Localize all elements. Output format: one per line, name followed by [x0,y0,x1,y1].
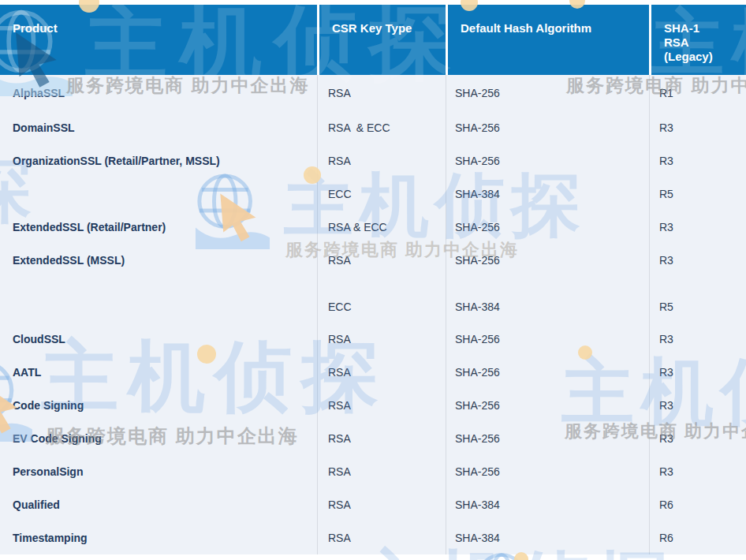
cell-hash-algorithm: SHA-384 [446,488,650,521]
table-row: CloudSSL RSA SHA-256 R3 [0,323,746,356]
cell-sha1-legacy: R5 [650,177,746,211]
table-row: ECC SHA-384 R5 [0,277,746,323]
cell-csr-key-type: RSA [318,389,446,422]
table-row: Qualified RSA SHA-384 R6 [0,488,746,521]
cell-hash-algorithm: SHA-256 [446,356,650,389]
cell-hash-algorithm: SHA-256 [446,244,650,277]
table-header: Product CSR Key Type Default Hash Algori… [0,5,746,75]
cell-sha1-legacy: R3 [650,422,746,455]
cell-sha1-legacy: R3 [650,323,746,356]
cell-hash-algorithm: SHA-256 [446,144,650,177]
cell-hash-algorithm: SHA-256 [446,389,650,422]
cell-product: ExtendedSSL (Retail/Partner) [0,211,318,244]
cell-csr-key-type: RSA [318,488,446,521]
column-header-hash-algorithm: Default Hash Algorithm [448,5,649,75]
cell-product: CloudSSL [0,323,318,356]
cell-hash-algorithm: SHA-384 [446,177,650,211]
cell-product [0,177,318,211]
cell-sha1-legacy: R3 [650,144,746,177]
table-row: ExtendedSSL (Retail/Partner) RSA & ECC S… [0,211,746,244]
cell-csr-key-type: ECC [318,177,446,211]
cell-product: DomainSSL [0,111,318,144]
cell-hash-algorithm: SHA-256 [446,323,650,356]
cell-csr-key-type: ECC [318,277,446,323]
cell-product [0,277,318,323]
cell-sha1-legacy: R3 [650,111,746,144]
cell-hash-algorithm: SHA-384 [446,521,650,554]
cell-csr-key-type: RSA [318,521,446,554]
cell-hash-algorithm: SHA-256 [446,455,650,488]
cell-csr-key-type: RSA [318,244,446,277]
ssl-products-table: Product CSR Key Type Default Hash Algori… [0,0,746,554]
ssl-products-page: Product CSR Key Type Default Hash Algori… [0,0,746,560]
cell-csr-key-type: RSA [318,75,446,111]
column-header-csr-key-type: CSR Key Type [319,5,446,75]
table-row: PersonalSign RSA SHA-256 R3 [0,455,746,488]
cell-sha1-legacy: R3 [650,244,746,277]
cell-product: OrganizationSSL (Retail/Partner, MSSL) [0,144,318,177]
cell-product: AATL [0,356,318,389]
cell-csr-key-type: RSA [318,422,446,455]
cell-sha1-legacy: R3 [650,211,746,244]
column-header-sha1-legacy: SHA-1 RSA (Legacy) [651,5,746,75]
cell-csr-key-type: RSA [318,455,446,488]
cell-sha1-legacy: R5 [650,277,746,323]
cell-sha1-legacy: R6 [650,488,746,521]
cell-csr-key-type: RSA & ECC [318,211,446,244]
table-row: DomainSSL RSA & ECC SHA-256 R3 [0,111,746,144]
table-row: ECC SHA-384 R5 [0,177,746,211]
cell-sha1-legacy: R3 [650,389,746,422]
cell-hash-algorithm: SHA-256 [446,211,650,244]
cell-csr-key-type: RSA & ECC [318,111,446,144]
table-row: OrganizationSSL (Retail/Partner, MSSL) R… [0,144,746,177]
cell-hash-algorithm: SHA-256 [446,111,650,144]
table-body: AlphaSSL RSA SHA-256 R1 DomainSSL RSA & … [0,75,746,554]
cell-hash-algorithm: SHA-256 [446,75,650,111]
cell-sha1-legacy: R1 [650,75,746,111]
cell-product: PersonalSign [0,455,318,488]
table-row: AlphaSSL RSA SHA-256 R1 [0,75,746,111]
table-row: ExtendedSSL (MSSL) RSA SHA-256 R3 [0,244,746,277]
cell-product: ExtendedSSL (MSSL) [0,244,318,277]
table-row: AATL RSA SHA-256 R3 [0,356,746,389]
cell-sha1-legacy: R6 [650,521,746,554]
cell-csr-key-type: RSA [318,356,446,389]
cell-product: Timestamping [0,521,318,554]
cell-product: AlphaSSL [0,75,318,111]
cell-product: Qualified [0,488,318,521]
table-row: Timestamping RSA SHA-384 R6 [0,521,746,554]
cell-sha1-legacy: R3 [650,356,746,389]
cell-csr-key-type: RSA [318,323,446,356]
cell-csr-key-type: RSA [318,144,446,177]
cell-product: Code Signing [0,389,318,422]
cell-hash-algorithm: SHA-256 [446,422,650,455]
cell-sha1-legacy: R3 [650,455,746,488]
cell-hash-algorithm: SHA-384 [446,277,650,323]
table-row: Code Signing RSA SHA-256 R3 [0,389,746,422]
table-row: EV Code Signing RSA SHA-256 R3 [0,422,746,455]
cell-product: EV Code Signing [0,422,318,455]
column-header-product: Product [0,5,317,75]
